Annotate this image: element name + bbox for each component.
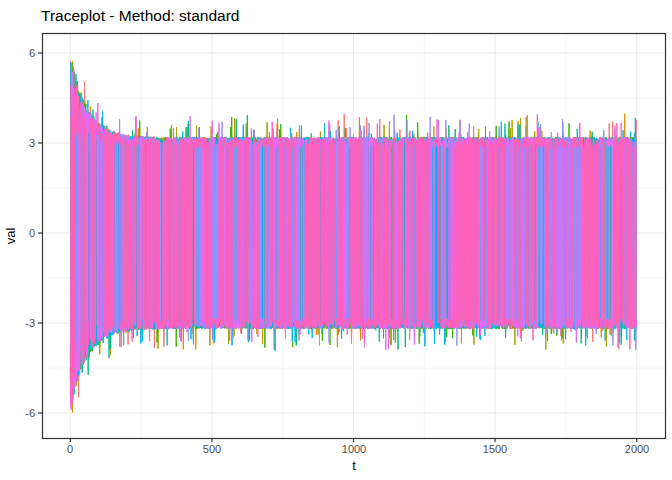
traceplot-canvas [0,0,672,480]
x-tick-label: 0 [67,443,73,455]
y-tick-label: 6 [7,47,35,59]
y-axis-title: val [1,222,21,250]
x-axis-title: t [352,458,356,473]
y-tick-label: -3 [7,317,35,329]
y-tick-label: 3 [7,137,35,149]
x-tick-label: 1500 [483,443,507,455]
y-tick-label: -6 [7,407,35,419]
x-tick-label: 2000 [625,443,649,455]
x-tick-label: 500 [203,443,221,455]
traceplot-figure: Traceplot - Method: standard 0 500 1000 … [0,0,672,480]
x-tick-label: 1000 [342,443,366,455]
